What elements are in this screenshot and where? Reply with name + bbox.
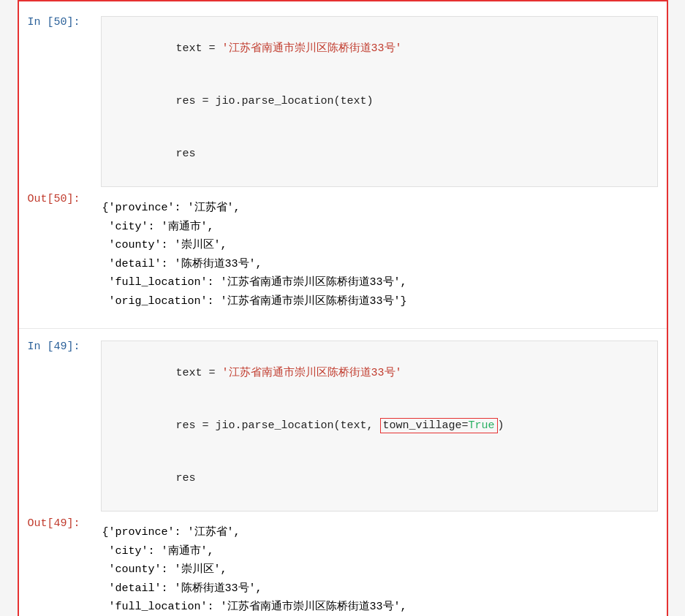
output-box-49: {'province': '江苏省', 'city': '南通市', 'coun… — [101, 517, 658, 616]
cell-in-50: In [50]: text = '江苏省南通市崇川区陈桥街道33号' res =… — [19, 9, 667, 324]
out-line-4: 'detail': '陈桥街道33号', — [101, 255, 658, 274]
out-label-50: Out[50]: — [28, 193, 101, 205]
out-line-3: 'county': '崇川区', — [101, 236, 658, 255]
param-name: town_village= — [383, 419, 469, 432]
output-box-50: {'province': '江苏省', 'city': '南通市', 'coun… — [101, 193, 658, 316]
code-text: res — [176, 148, 196, 160]
out49-line-3: 'county': '崇川区', — [101, 560, 658, 579]
code-text: text = — [176, 367, 222, 379]
input-row-50: In [50]: text = '江苏省南通市崇川区陈桥街道33号' res =… — [19, 13, 667, 190]
out-label-49: Out[49]: — [28, 517, 101, 530]
code-text: res = jio.parse_location(text, — [176, 419, 380, 432]
code-text: res = jio.parse_location(text) — [176, 95, 374, 107]
code-box-49: text = '江苏省南通市崇川区陈桥街道33号' res = jio.pars… — [101, 341, 658, 512]
out-line-1: {'province': '江苏省', — [101, 199, 658, 218]
out-line-6: 'orig_location': '江苏省南通市崇川区陈桥街道33号'} — [101, 292, 658, 311]
code-box-50: text = '江苏省南通市崇川区陈桥街道33号' res = jio.pars… — [101, 16, 658, 187]
code-text: res — [176, 472, 196, 484]
out49-line-4: 'detail': '陈桥街道33号', — [101, 579, 658, 598]
cell-in-49: In [49]: text = '江苏省南通市崇川区陈桥街道33号' res =… — [19, 333, 667, 616]
highlighted-param: town_village=True — [380, 418, 498, 433]
code-string: '江苏省南通市崇川区陈桥街道33号' — [222, 42, 402, 55]
output-row-50: Out[50]: {'province': '江苏省', 'city': '南通… — [19, 190, 667, 319]
code-line-50-3: res — [110, 128, 648, 180]
out49-line-1: {'province': '江苏省', — [101, 523, 658, 542]
code-text: text = — [176, 42, 222, 55]
in-label-50: In [50]: — [28, 16, 101, 28]
param-value: True — [469, 419, 495, 432]
input-row-49: In [49]: text = '江苏省南通市崇川区陈桥街道33号' res =… — [19, 338, 667, 514]
out-line-5: 'full_location': '江苏省南通市崇川区陈桥街道33号', — [101, 273, 658, 292]
out49-line-2: 'city': '南通市', — [101, 542, 658, 561]
code-string: '江苏省南通市崇川区陈桥街道33号' — [222, 367, 402, 379]
code-text: ) — [498, 419, 504, 432]
code-line-49-3: res — [110, 452, 648, 505]
code-line-50-1: text = '江苏省南通市崇川区陈桥街道33号' — [110, 23, 648, 75]
cell-divider — [19, 328, 667, 329]
code-line-50-2: res = jio.parse_location(text) — [110, 75, 648, 128]
output-row-49: Out[49]: {'province': '江苏省', 'city': '南通… — [19, 514, 667, 616]
notebook-container: In [50]: text = '江苏省南通市崇川区陈桥街道33号' res =… — [18, 0, 668, 616]
in-label-49: In [49]: — [28, 341, 101, 353]
out-line-2: 'city': '南通市', — [101, 218, 658, 237]
code-line-49-1: text = '江苏省南通市崇川区陈桥街道33号' — [110, 347, 648, 400]
code-line-49-2: res = jio.parse_location(text, town_vill… — [110, 400, 648, 452]
out49-line-5: 'full_location': '江苏省南通市崇川区陈桥街道33号', — [101, 598, 658, 616]
